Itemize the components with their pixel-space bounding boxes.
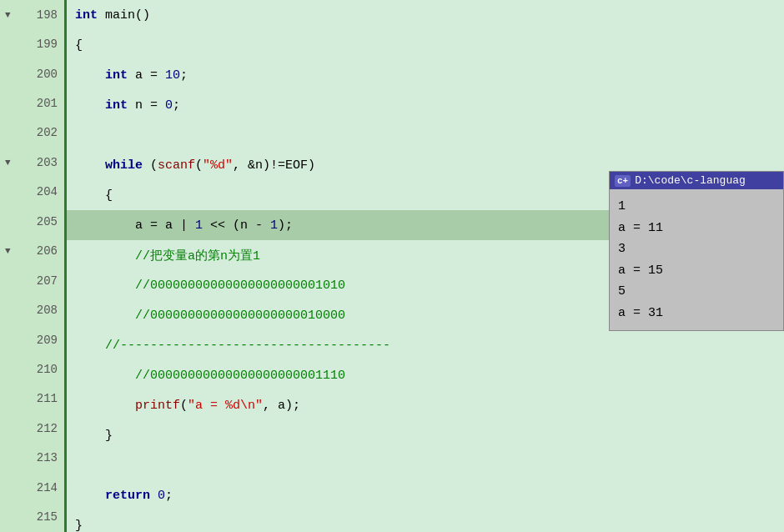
terminal-output-line: 3 xyxy=(618,238,775,260)
token-str: "a = %d\n" xyxy=(188,399,263,413)
line-number-gutter: 1981992002012022032042052062072082092102… xyxy=(0,0,67,532)
gutter-row-209: 209 xyxy=(0,325,64,354)
gutter-row-206: 206 xyxy=(0,237,64,266)
token-kw: return xyxy=(105,489,150,503)
line-number: 202 xyxy=(37,126,58,139)
line-number: 209 xyxy=(37,334,58,347)
code-line-213 xyxy=(67,450,784,480)
token-plain: { xyxy=(75,188,113,203)
token-plain xyxy=(150,489,158,503)
line-number: 200 xyxy=(37,68,58,81)
code-line-200: int a = 10; xyxy=(67,60,784,90)
gutter-row-203: 203 xyxy=(0,148,64,177)
token-kw: int xyxy=(105,98,128,113)
token-plain: a = xyxy=(128,68,165,83)
token-plain: << (n - xyxy=(203,218,270,233)
terminal-icon: c+ xyxy=(615,175,631,187)
code-line-212: } xyxy=(67,420,784,450)
token-plain: a = a | xyxy=(75,218,195,233)
terminal-output-line: a = 31 xyxy=(618,303,775,324)
gutter-row-210: 210 xyxy=(0,354,64,384)
gutter-row-213: 213 xyxy=(0,444,64,473)
gutter-row-211: 211 xyxy=(0,384,64,414)
token-plain xyxy=(75,98,105,113)
gutter-row-204: 204 xyxy=(0,178,64,207)
token-str: "%d" xyxy=(203,158,233,173)
code-line-210: //00000000000000000000001110 xyxy=(67,360,784,390)
gutter-row-205: 205 xyxy=(0,207,64,236)
gutter-row-201: 201 xyxy=(0,88,64,118)
token-plain: main() xyxy=(98,8,150,23)
gutter-row-199: 199 xyxy=(0,29,64,58)
line-number: 205 xyxy=(37,215,58,228)
token-fn: scanf xyxy=(158,158,195,173)
line-number: 207 xyxy=(37,274,58,288)
token-comment: //00000000000000000000001010 xyxy=(75,279,345,293)
token-kw: int xyxy=(75,8,98,23)
gutter-row-208: 208 xyxy=(0,295,64,324)
gutter-row-207: 207 xyxy=(0,266,64,295)
token-comment: //00000000000000000000010000 xyxy=(75,309,345,323)
token-kw: while xyxy=(105,158,143,173)
line-number: 213 xyxy=(37,451,58,464)
line-number: 210 xyxy=(37,363,58,376)
token-plain xyxy=(75,489,105,503)
line-number: 208 xyxy=(37,304,58,317)
line-number: 203 xyxy=(37,156,58,169)
line-number: 198 xyxy=(37,8,58,22)
token-plain: , &n)!=EOF) xyxy=(233,158,315,173)
code-line-202 xyxy=(67,120,784,150)
token-comment: //把变量a的第n为置1 xyxy=(75,248,260,263)
line-number: 215 xyxy=(37,510,58,524)
token-plain: ( xyxy=(143,158,158,173)
token-num: 1 xyxy=(270,218,278,233)
token-comment: //------------------------------------ xyxy=(75,339,390,353)
terminal-output-line: 5 xyxy=(618,281,775,303)
code-line-209: //------------------------------------ xyxy=(67,330,784,360)
terminal-output-line: a = 15 xyxy=(618,260,775,282)
token-num: 10 xyxy=(165,68,180,83)
code-line-201: int n = 0; xyxy=(67,90,784,120)
token-plain: ( xyxy=(195,158,203,173)
token-plain: ( xyxy=(180,399,188,413)
terminal-titlebar: c+ D:\code\c-languag xyxy=(610,172,783,189)
line-number: 204 xyxy=(37,185,58,198)
code-line-211: printf("a = %d\n", a); xyxy=(67,390,784,420)
token-plain: ; xyxy=(165,489,173,503)
gutter-row-215: 215 xyxy=(0,502,64,531)
token-plain: n = xyxy=(128,98,165,113)
token-plain: ; xyxy=(180,68,188,83)
token-plain: , a); xyxy=(263,399,300,413)
editor-container: 1981992002012022032042052062072082092102… xyxy=(0,0,784,532)
terminal-title: D:\code\c-languag xyxy=(635,174,746,187)
line-number: 201 xyxy=(37,97,58,110)
terminal-output-line: 1 xyxy=(618,196,775,218)
gutter-row-212: 212 xyxy=(0,414,64,443)
gutter-row-202: 202 xyxy=(0,118,64,148)
token-plain: { xyxy=(75,38,83,53)
code-line-214: return 0; xyxy=(67,480,784,510)
terminal-output-line: a = 11 xyxy=(618,218,775,239)
terminal-body: 1a = 113a = 155a = 31 xyxy=(610,189,783,330)
token-plain: } xyxy=(75,429,113,443)
token-fn: printf xyxy=(135,399,180,413)
token-num: 0 xyxy=(165,98,173,113)
code-line-199: { xyxy=(67,30,784,60)
token-plain xyxy=(75,158,105,173)
token-comment: //00000000000000000000001110 xyxy=(75,369,345,383)
token-num: 1 xyxy=(195,218,203,233)
line-number: 214 xyxy=(37,481,58,494)
token-plain: } xyxy=(75,519,83,533)
terminal-window: c+ D:\code\c-languag 1a = 113a = 155a = … xyxy=(609,171,784,331)
token-plain xyxy=(75,399,135,413)
token-plain xyxy=(75,68,105,83)
token-plain: ); xyxy=(278,218,293,233)
line-number: 206 xyxy=(37,244,58,258)
line-number: 199 xyxy=(37,38,58,51)
token-plain: ; xyxy=(173,98,180,113)
gutter-row-198: 198 xyxy=(0,0,64,29)
token-num: 0 xyxy=(158,489,165,503)
gutter-row-214: 214 xyxy=(0,473,64,502)
code-line-198: int main() xyxy=(67,0,784,30)
line-number: 211 xyxy=(37,392,58,405)
